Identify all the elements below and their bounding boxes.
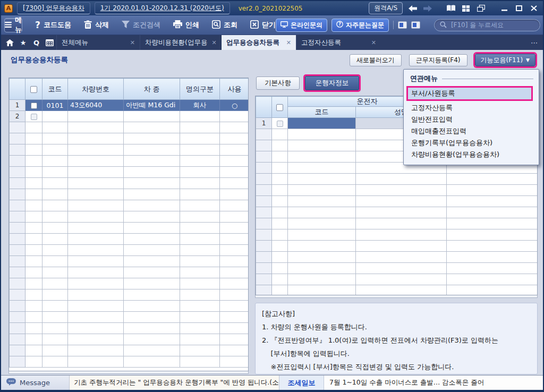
grid-cell[interactable]: [68, 312, 124, 323]
grid-cell[interactable]: [68, 256, 124, 267]
table-row-empty[interactable]: [256, 218, 538, 229]
grid-cell[interactable]: [180, 144, 220, 156]
grid-cell[interactable]: [288, 151, 356, 163]
cell-use[interactable]: ○: [220, 100, 249, 111]
grid-cell[interactable]: [68, 323, 124, 334]
grid-cell[interactable]: [26, 289, 42, 301]
grid-cell[interactable]: [42, 133, 68, 144]
grid-cell[interactable]: [124, 256, 180, 267]
grid-cell[interactable]: [124, 278, 180, 289]
tab-fixed-asset-register[interactable]: 고정자산등록✕: [296, 35, 381, 50]
grid-cell[interactable]: [42, 323, 68, 334]
tab-close-icon[interactable]: ✕: [286, 39, 291, 46]
grid-cell[interactable]: [220, 345, 249, 356]
grid-cell[interactable]: [26, 256, 42, 267]
grid-cell[interactable]: [26, 223, 42, 234]
tab-full-menu[interactable]: 전체메뉴✕: [56, 35, 140, 50]
grid-cell[interactable]: [180, 312, 220, 323]
grid-cell[interactable]: [42, 200, 68, 211]
grid-cell[interactable]: [42, 156, 68, 167]
grid-cell[interactable]: [26, 167, 42, 178]
grid-cell[interactable]: [447, 274, 538, 285]
grid-cell[interactable]: [288, 185, 356, 196]
grid-cell[interactable]: [42, 345, 68, 356]
grid-cell[interactable]: [356, 218, 447, 229]
menu-item-dept-employee-register[interactable]: 부서/사원등록: [408, 88, 531, 99]
tab-close-icon[interactable]: ✕: [130, 39, 135, 46]
table-row-empty[interactable]: [10, 345, 249, 356]
grid-cell[interactable]: [272, 274, 288, 285]
grid-cell[interactable]: [26, 356, 42, 368]
grid-cell[interactable]: [124, 345, 180, 356]
minimize-icon[interactable]: [499, 4, 509, 13]
grid-cell[interactable]: [288, 196, 356, 207]
grid-cell[interactable]: [220, 133, 249, 144]
tab-overflow-button[interactable]: ⋯: [531, 39, 539, 47]
grid-cell[interactable]: [272, 140, 288, 151]
grid-cell[interactable]: [42, 301, 68, 312]
grid-cell[interactable]: [447, 218, 538, 229]
grid-cell[interactable]: [180, 289, 220, 301]
grid-cell[interactable]: [124, 267, 180, 278]
grid-cell[interactable]: [272, 252, 288, 263]
grid-cell[interactable]: [220, 334, 249, 345]
online-inquiry-button[interactable]: 온라인문의: [276, 19, 327, 32]
grid-cell[interactable]: [272, 174, 288, 185]
cell-ownership[interactable]: [180, 111, 220, 122]
row-checkbox-cell[interactable]: [26, 111, 42, 122]
grid-cell[interactable]: [180, 156, 220, 167]
grid-cell[interactable]: [272, 196, 288, 207]
grid-cell[interactable]: [124, 133, 180, 144]
grid-cell[interactable]: [26, 323, 42, 334]
grid-cell[interactable]: [42, 289, 68, 301]
grid-cell[interactable]: [68, 200, 124, 211]
grid-cell[interactable]: [220, 278, 249, 289]
grid-cell[interactable]: [447, 252, 538, 263]
tab-driver-info[interactable]: 운행자정보: [305, 76, 359, 90]
grid-cell[interactable]: [220, 301, 249, 312]
grid-cell[interactable]: [180, 200, 220, 211]
table-row-empty[interactable]: [10, 200, 249, 211]
grid-cell[interactable]: [68, 211, 124, 223]
grid-cell[interactable]: [68, 301, 124, 312]
tab-close-icon[interactable]: ✕: [211, 39, 216, 46]
cell-ownership[interactable]: 회사: [180, 100, 220, 111]
table-row-empty[interactable]: [256, 285, 538, 296]
grid-cell[interactable]: [447, 241, 538, 252]
grid-cell[interactable]: [124, 234, 180, 245]
news-headline[interactable]: 7월 1~10일 수출 마이너스로 출발… 감소폭은 줄어: [324, 376, 543, 390]
table-row-empty[interactable]: [10, 312, 249, 323]
table-row-empty[interactable]: [10, 133, 249, 144]
row-checkbox-cell[interactable]: [272, 118, 288, 129]
grid-cell[interactable]: [26, 200, 42, 211]
functions-button[interactable]: 기능모음(F11) ▼: [475, 54, 536, 66]
grid-cell[interactable]: [180, 245, 220, 256]
grid-cell[interactable]: [26, 156, 42, 167]
table-row-empty[interactable]: [10, 301, 249, 312]
table-row-empty[interactable]: [10, 223, 249, 234]
grid-cell[interactable]: [220, 245, 249, 256]
grid-cell[interactable]: [42, 256, 68, 267]
faq-button[interactable]: ? 자주묻는질문: [332, 19, 389, 32]
grid-cell[interactable]: [447, 174, 538, 185]
grid-cell[interactable]: [272, 151, 288, 163]
grid-cell[interactable]: [26, 133, 42, 144]
grid-cell[interactable]: [124, 223, 180, 234]
table-row-empty[interactable]: [10, 267, 249, 278]
grid-cell[interactable]: [180, 122, 220, 133]
grid-cell[interactable]: [220, 144, 249, 156]
grid-cell[interactable]: [356, 263, 447, 274]
grid-cell[interactable]: [356, 196, 447, 207]
tab-close-icon[interactable]: ✕: [371, 39, 376, 46]
tab-vehicle-cost-status[interactable]: 차량비용현황(업무용✕: [140, 35, 221, 50]
grid-cell[interactable]: [356, 274, 447, 285]
cell-use[interactable]: [220, 111, 249, 122]
grid-cell[interactable]: [447, 207, 538, 218]
grid-cell[interactable]: [220, 178, 249, 189]
cascade-windows-icon[interactable]: [476, 4, 486, 13]
reload-button[interactable]: 새로불러오기: [350, 54, 402, 66]
grid-cell[interactable]: [180, 267, 220, 278]
grid-cell[interactable]: [220, 200, 249, 211]
grid-cell[interactable]: [124, 178, 180, 189]
grid-cell[interactable]: [447, 263, 538, 274]
